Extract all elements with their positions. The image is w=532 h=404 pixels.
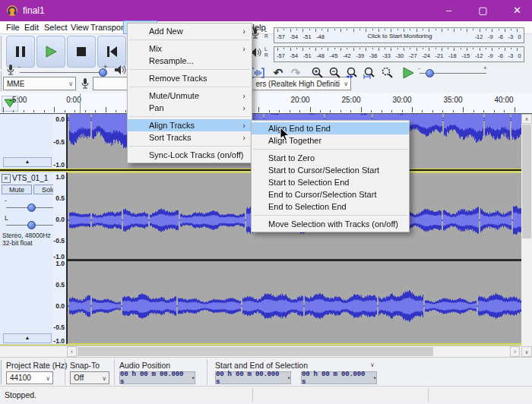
scroll-down-button[interactable]: ∨ <box>521 346 532 357</box>
fit-project-button[interactable] <box>361 65 378 80</box>
zoom-toggle-button[interactable] <box>378 65 395 80</box>
track2-pan-thumb[interactable] <box>27 221 36 229</box>
recording-volume-thumb[interactable] <box>99 68 107 77</box>
play-at-speed-button[interactable] <box>400 65 416 80</box>
menu-item-mute-unmute[interactable]: Mute/Unmute› <box>128 90 252 102</box>
track1-collapse-button[interactable]: ▲ <box>3 157 52 167</box>
close-button[interactable]: ✕ <box>500 0 532 21</box>
track2-name[interactable]: VTS_01_1 <box>12 174 48 182</box>
selection-mode-label: Start and End of Selection <box>215 361 308 370</box>
chevron-down-icon: ▾ <box>192 375 195 381</box>
recording-meter[interactable]: -57-54-51-48-45-42-39-36-33-30-27-24-21-… <box>274 27 524 43</box>
menu-item-move-selection-with-tracks[interactable]: Move Selection with Tracks (on/off) <box>252 218 409 230</box>
audio-host-select[interactable]: MME ∨ <box>3 77 76 90</box>
menu-item-sort-tracks[interactable]: Sort Tracks› <box>128 131 252 144</box>
track2-vertical-ruler[interactable]: 1.00.50.0-0.5-1.0 1.00.50.0-0.5-1.0 <box>53 172 67 344</box>
menu-item-label: Start to Selection End <box>252 178 349 187</box>
playback-meter[interactable]: -57-54-51-48-45-42-39-36-33-30-27-24-21-… <box>274 46 524 62</box>
horizontal-scrollbar[interactable]: ‹ › ∨ <box>0 346 532 357</box>
undo-button[interactable]: ↶ <box>270 65 287 80</box>
stop-button[interactable] <box>67 36 96 68</box>
meter-scale-number: 0 <box>518 33 521 40</box>
vertical-ruler-label: 1.0 <box>55 173 65 181</box>
meter-scale-number: -45 <box>330 52 338 59</box>
chevron-down-icon: ▾ <box>373 375 376 381</box>
redo-icon: ↷ <box>291 66 301 80</box>
vertical-scrollbar[interactable]: ∧ <box>521 114 532 346</box>
menu-item-mix[interactable]: Mix› <box>128 43 252 55</box>
vertical-ruler-label: -0.5 <box>53 237 65 245</box>
play-button[interactable] <box>36 36 65 68</box>
skip-to-start-button[interactable] <box>97 36 126 68</box>
audio-position-field[interactable]: 00 h 00 m 00.000 s ▾ <box>119 371 195 384</box>
track2-control-panel[interactable]: ✕ VTS_01_1 ▼ Mute Solo - + L R Stereo, 4… <box>0 172 53 344</box>
menu-item-end-to-selection-end[interactable]: End to Selection End <box>252 200 409 213</box>
project-rate-select[interactable]: 44100 ∨ <box>6 371 53 384</box>
menu-item-sync-lock-tracks[interactable]: Sync-Lock Tracks (on/off) <box>128 149 252 161</box>
meter-scale-number: -42 <box>343 52 351 59</box>
zoom-in-button[interactable] <box>309 65 325 80</box>
track2-format-info2: 32-bit float <box>2 239 33 247</box>
menu-item-resample[interactable]: Resample... <box>128 55 252 67</box>
menu-item-align-tracks[interactable]: Align Tracks› <box>128 119 252 131</box>
chevron-down-icon[interactable]: ∨ <box>370 361 375 368</box>
menu-item-start-to-selection-end[interactable]: Start to Selection End <box>252 176 409 188</box>
meter-left-label: L <box>264 46 268 52</box>
menu-item-align-together[interactable]: Align Together <box>252 134 409 147</box>
track1-control-panel[interactable]: ▲ <box>0 114 53 169</box>
snap-to-select[interactable]: Off ∨ <box>70 371 109 384</box>
menu-item-add-new[interactable]: Add New› <box>128 25 252 37</box>
redo-button[interactable]: ↷ <box>287 65 304 80</box>
audacity-window: final1 – ▢ ✕ File Edit Select View Trans… <box>0 0 532 404</box>
minimize-button[interactable]: – <box>432 0 466 21</box>
meter-scale-number: -18 <box>448 52 457 59</box>
pause-button[interactable] <box>6 36 35 68</box>
menu-item-label: Start to Cursor/Selection Start <box>252 166 379 175</box>
selection-toolbar-grabber[interactable] <box>1 360 5 384</box>
menu-item-end-to-cursor[interactable]: End to Cursor/Selection Start <box>252 188 409 200</box>
playback-volume-speaker-icon <box>114 65 127 76</box>
maximize-button[interactable]: ▢ <box>466 0 500 21</box>
zoom-in-icon <box>312 67 323 78</box>
track2-format-info1: Stereo, 48000Hz <box>2 232 51 239</box>
menu-item-label: Start to Zero <box>252 153 315 163</box>
track1-vertical-ruler[interactable]: 0.0-0.5-1.0 <box>53 114 67 169</box>
meter-scale-number: -48 <box>316 52 325 59</box>
monitoring-hint[interactable]: Click to Start Monitoring <box>328 33 472 41</box>
selection-start-field[interactable]: 00 h 00 m 00.000 s ▾ <box>215 371 291 384</box>
zoom-to-selection-button[interactable] <box>344 65 360 80</box>
zoom-to-selection-icon <box>346 67 358 79</box>
submenu-arrow-icon: › <box>242 44 245 53</box>
scroll-left-button[interactable]: ‹ <box>67 346 77 357</box>
play-speed-thumb[interactable] <box>426 69 434 77</box>
track2-collapse-button[interactable]: ▲ <box>3 333 52 343</box>
horizontal-scroll-thumb[interactable] <box>78 347 433 356</box>
menu-item-start-to-cursor[interactable]: Start to Cursor/Selection Start <box>252 164 409 176</box>
menu-item-align-end-to-end[interactable]: Align End to End <box>252 122 409 134</box>
vertical-scroll-thumb[interactable] <box>522 125 531 238</box>
submenu-arrow-icon: › <box>242 91 245 100</box>
menu-item-label: Add New <box>128 27 183 36</box>
menu-item-start-to-zero[interactable]: Start to Zero <box>252 152 409 164</box>
timeline-ruler[interactable]: -5:000:0020:0025:0030:0035:0040:00 <box>0 93 532 114</box>
close-icon: ✕ <box>4 175 8 181</box>
scroll-up-button[interactable]: ∧ <box>521 114 532 124</box>
recording-device-mic-icon <box>81 78 90 90</box>
transport-toolbar-grabber[interactable] <box>1 36 5 69</box>
meter-scale-number: -24 <box>422 52 430 59</box>
track2-waveform-right-channel[interactable] <box>68 261 521 343</box>
menu-separator <box>129 116 250 117</box>
selection-mode-select[interactable]: Start and End of Selection <box>215 361 308 370</box>
recording-volume-slider[interactable] <box>20 72 105 73</box>
track2-mute-button[interactable]: Mute <box>2 185 32 194</box>
zoom-out-button[interactable] <box>326 65 343 80</box>
track2-gain-thumb[interactable] <box>27 204 36 212</box>
menu-item-pan[interactable]: Pan› <box>128 102 252 114</box>
selection-end-field[interactable]: 00 h 00 m 00.000 s ▾ <box>301 371 377 384</box>
menu-edit[interactable]: Edit <box>21 21 43 33</box>
zoom-out-icon <box>329 67 340 78</box>
menu-item-remove-tracks[interactable]: Remove Tracks <box>128 72 252 84</box>
audio-position-label: Audio Position <box>119 361 170 370</box>
scroll-right-button[interactable]: › <box>510 346 520 357</box>
track2-close-button[interactable]: ✕ <box>2 174 11 183</box>
